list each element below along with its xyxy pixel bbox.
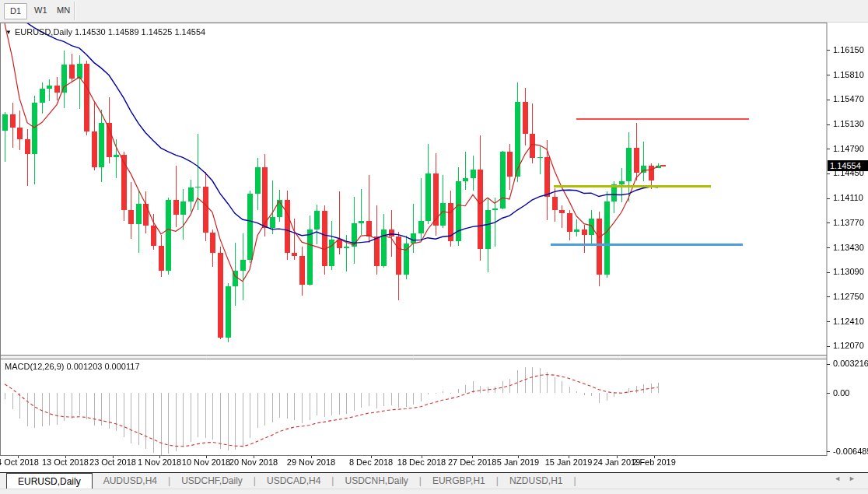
tab-usdchf-daily[interactable]: USDCHF,Daily	[170, 473, 254, 489]
chart-tab-bar: EURUSD,DailyAUDUSD,H4|USDCHF,Daily|USDCA…	[0, 472, 868, 489]
date-axis-label: 18 Dec 2018	[397, 457, 446, 467]
price-axis-label: 1.14110	[833, 193, 863, 202]
tab-separator: |	[574, 473, 576, 489]
scroll-right-icon[interactable]: ►	[849, 475, 863, 482]
macd-axis-label: 0.00	[833, 388, 849, 398]
macd-axis-label: -0.006485	[833, 447, 868, 456]
price-axis-label: 1.12410	[833, 317, 864, 326]
price-axis-label: 1.13770	[833, 218, 864, 227]
date-axis-label: 8 Dec 2018	[349, 457, 393, 467]
price-axis-label: 1.15810	[833, 70, 864, 79]
date-axis-label: 15 Jan 2019	[545, 457, 593, 467]
scroll-left-icon[interactable]: ◄	[834, 475, 849, 482]
tab-nzdusd-h1[interactable]: NZDUSD,H1	[499, 473, 574, 489]
date-axis-label: 29 Nov 2018	[287, 457, 335, 467]
date-axis-label: 5 Jan 2019	[497, 457, 539, 467]
tab-eurusd-daily[interactable]: EURUSD,Daily	[6, 473, 93, 489]
quote-high: 1.14589	[108, 27, 139, 37]
date-axis-label: 13 Oct 2018	[42, 457, 89, 467]
chart-canvas[interactable]	[0, 23, 868, 472]
price-axis-label: 1.16150	[833, 45, 864, 54]
tab-audusd-h4[interactable]: AUDUSD,H4	[93, 473, 168, 489]
timeframe-button-d1[interactable]: D1	[4, 3, 27, 19]
toolbar-separator	[74, 2, 75, 20]
price-axis-label: 1.13430	[833, 243, 864, 252]
price-axis-label: 1.12750	[833, 292, 864, 301]
quote-low: 1.14525	[142, 27, 173, 37]
date-axis-label: 20 Nov 2018	[229, 457, 278, 467]
quote-close: 1.14554	[174, 27, 205, 37]
timeframe-button-w1[interactable]: W1	[29, 3, 53, 18]
quote-open: 1.14530	[75, 27, 106, 37]
tab-usdcnh-daily[interactable]: USDCNH,Daily	[334, 473, 418, 489]
macd-main-value: 0.001203	[66, 362, 102, 371]
tab-usdcad-h4[interactable]: USDCAD,H4	[256, 473, 331, 489]
macd-indicator-header: MACD(12,26,9) 0.001203 0.000117	[5, 362, 140, 371]
price-axis-label: 1.14790	[833, 144, 864, 153]
price-axis-label: 1.15130	[833, 119, 864, 128]
chart-window: ▼EURUSD,Daily 1.14530 1.14589 1.14525 1.…	[0, 23, 868, 472]
timeframe-button-mn[interactable]: MN	[51, 3, 75, 18]
symbol-label: EURUSD,Daily	[15, 27, 72, 37]
tab-eurgbp-h1[interactable]: EURGBP,H1	[422, 473, 496, 489]
tab-scroll-arrows: ◄►	[834, 475, 863, 482]
price-axis-label: 1.12070	[833, 341, 864, 350]
date-axis-label: 10 Nov 2018	[182, 457, 230, 467]
date-axis-label: 2 Feb 2019	[632, 457, 676, 467]
macd-signal-value: 0.000117	[104, 362, 139, 371]
chart-symbol-header[interactable]: ▼EURUSD,Daily 1.14530 1.14589 1.14525 1.…	[5, 27, 205, 37]
timeframe-toolbar: D1 W1 MN	[0, 0, 868, 23]
price-axis-label: 1.13090	[833, 267, 864, 276]
current-price-badge: 1.14554	[828, 160, 868, 171]
status-strip	[0, 489, 868, 494]
mt4-window: D1 W1 MN ▼EURUSD,Daily 1.14530 1.14589 1…	[0, 0, 868, 494]
date-axis-label: 23 Oct 2018	[89, 457, 136, 467]
price-axis-label: 1.15470	[833, 94, 864, 103]
date-axis-label: 27 Dec 2018	[448, 457, 496, 467]
chevron-down-icon: ▼	[5, 29, 12, 36]
macd-axis-label: 0.003216	[833, 359, 868, 368]
date-axis-label: 4 Oct 2018	[0, 457, 39, 467]
date-axis-label: 1 Nov 2018	[138, 457, 181, 467]
